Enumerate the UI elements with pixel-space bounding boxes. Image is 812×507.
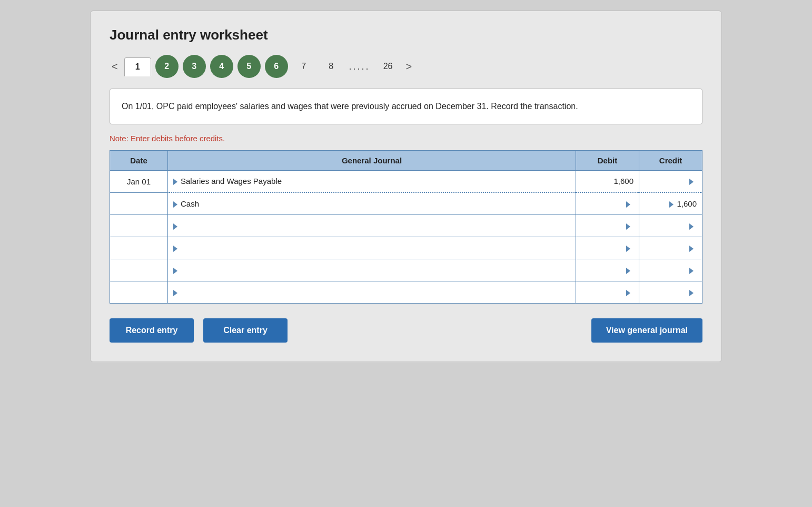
journal-table: Date General Journal Debit Credit Jan 01… xyxy=(110,150,702,304)
record-entry-button[interactable]: Record entry xyxy=(110,318,194,343)
cell-date-1: Jan 01 xyxy=(110,170,168,192)
tri-icon-3 xyxy=(173,223,177,230)
table-row xyxy=(110,237,702,259)
view-journal-button[interactable]: View general journal xyxy=(591,318,702,343)
cell-journal-2[interactable]: Cash xyxy=(168,192,576,214)
tab-5[interactable]: 5 xyxy=(237,55,261,78)
tab-ellipsis: ..... xyxy=(347,61,372,72)
table-row: Cash 1,600 xyxy=(110,192,702,214)
tab-8[interactable]: 8 xyxy=(320,55,343,78)
cell-credit-2[interactable]: 1,600 xyxy=(639,192,702,214)
table-row xyxy=(110,281,702,303)
col-header-credit: Credit xyxy=(639,150,702,170)
tab-7[interactable]: 7 xyxy=(292,55,315,78)
col-header-journal: General Journal xyxy=(168,150,576,170)
cell-debit-3[interactable] xyxy=(576,214,639,237)
clear-entry-button[interactable]: Clear entry xyxy=(203,318,288,343)
cell-debit-4[interactable] xyxy=(576,237,639,259)
cell-debit-5[interactable] xyxy=(576,259,639,281)
note-text: Note: Enter debits before credits. xyxy=(110,134,702,143)
tri-icon-credit-3 xyxy=(689,223,694,230)
tab-navigation: < 1 2 3 4 5 6 7 8 ..... 26 > xyxy=(110,55,702,78)
next-arrow[interactable]: > xyxy=(404,61,414,73)
tab-3[interactable]: 3 xyxy=(183,55,206,78)
button-row: Record entry Clear entry View general jo… xyxy=(110,318,702,343)
tab-6[interactable]: 6 xyxy=(265,55,288,78)
tri-icon-1 xyxy=(173,179,177,185)
table-row xyxy=(110,259,702,281)
description-box: On 1/01, OPC paid employees' salaries an… xyxy=(110,89,702,124)
cell-debit-6[interactable] xyxy=(576,281,639,303)
cell-date-4 xyxy=(110,237,168,259)
tri-icon-debit-6 xyxy=(626,290,630,296)
tri-icon-6 xyxy=(173,290,177,296)
page-title: Journal entry worksheet xyxy=(110,27,702,43)
col-header-debit: Debit xyxy=(576,150,639,170)
tri-icon-5 xyxy=(173,268,177,274)
prev-arrow[interactable]: < xyxy=(110,61,120,73)
cell-journal-5[interactable] xyxy=(168,259,576,281)
tri-icon-debit-3 xyxy=(626,223,630,230)
cell-journal-4[interactable] xyxy=(168,237,576,259)
cell-credit-1[interactable] xyxy=(639,170,702,192)
cell-date-2 xyxy=(110,192,168,214)
tab-2[interactable]: 2 xyxy=(155,55,179,78)
cell-journal-3[interactable] xyxy=(168,214,576,237)
tri-icon-2 xyxy=(173,201,177,208)
tri-icon-credit-2 xyxy=(669,201,674,208)
table-row: Jan 01 Salaries and Wages Payable 1,600 xyxy=(110,170,702,192)
tri-icon-4 xyxy=(173,246,177,252)
cell-credit-6[interactable] xyxy=(639,281,702,303)
table-row xyxy=(110,214,702,237)
tri-icon-credit-5 xyxy=(689,268,694,274)
tri-icon-debit-4 xyxy=(626,246,630,252)
tri-icon-credit-6 xyxy=(689,290,694,296)
cell-date-3 xyxy=(110,214,168,237)
tri-icon-credit-1 xyxy=(689,179,694,185)
tri-icon-debit-2 xyxy=(626,201,630,208)
cell-debit-2[interactable] xyxy=(576,192,639,214)
tab-26[interactable]: 26 xyxy=(377,55,400,78)
cell-journal-6[interactable] xyxy=(168,281,576,303)
cell-credit-4[interactable] xyxy=(639,237,702,259)
cell-date-6 xyxy=(110,281,168,303)
tab-1[interactable]: 1 xyxy=(124,57,151,76)
cell-debit-1: 1,600 xyxy=(576,170,639,192)
tab-4[interactable]: 4 xyxy=(210,55,233,78)
cell-credit-5[interactable] xyxy=(639,259,702,281)
cell-journal-1[interactable]: Salaries and Wages Payable xyxy=(168,170,576,192)
tri-icon-credit-4 xyxy=(689,246,694,252)
worksheet-container: Journal entry worksheet < 1 2 3 4 5 6 7 … xyxy=(90,11,722,362)
cell-date-5 xyxy=(110,259,168,281)
tri-icon-debit-5 xyxy=(626,268,630,274)
cell-credit-3[interactable] xyxy=(639,214,702,237)
description-text: On 1/01, OPC paid employees' salaries an… xyxy=(122,102,578,111)
col-header-date: Date xyxy=(110,150,168,170)
